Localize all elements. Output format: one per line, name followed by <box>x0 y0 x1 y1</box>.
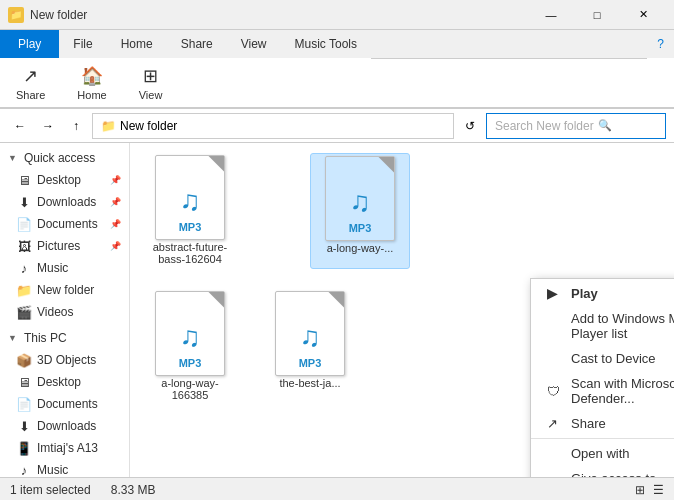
sidebar-item-3dobjects[interactable]: 📦 3D Objects <box>0 349 129 371</box>
address-path[interactable]: 📁 New folder <box>92 113 454 139</box>
ribbon-share-btn[interactable]: ↗ Share <box>10 63 51 103</box>
ribbon-home-btn[interactable]: 🏠 Home <box>71 63 112 103</box>
sidebar-desktop2-label: Desktop <box>37 375 81 389</box>
sidebar-item-newfolder[interactable]: 📁 New folder <box>0 279 129 301</box>
sidebar-item-videos[interactable]: 🎬 Videos <box>0 301 129 323</box>
sidebar-videos-label: Videos <box>37 305 73 319</box>
quick-access-label: Quick access <box>24 151 95 165</box>
status-size: 8.33 MB <box>111 483 156 497</box>
sidebar-item-downloads[interactable]: ⬇ Downloads 📌 <box>0 191 129 213</box>
pin-icon: 📌 <box>110 175 121 185</box>
ctx-open-with-label: Open with <box>571 446 630 461</box>
title-bar: 📁 New folder — □ ✕ <box>0 0 674 30</box>
mp3-label: MP3 <box>179 221 202 233</box>
tab-music-tools[interactable]: Music Tools <box>281 30 371 58</box>
sidebar-this-pc[interactable]: ▼ This PC <box>0 327 129 349</box>
ctx-scan[interactable]: 🛡 Scan with Microsoft Defender... <box>531 371 674 411</box>
ribbon-share-label: Share <box>16 89 45 101</box>
close-button[interactable]: ✕ <box>620 0 666 30</box>
dl2-icon: ⬇ <box>16 418 32 434</box>
search-placeholder: Search New folder <box>495 119 594 133</box>
help-button[interactable]: ? <box>647 30 674 58</box>
tab-view[interactable]: View <box>227 30 281 58</box>
sidebar-item-documents2[interactable]: 📄 Documents <box>0 393 129 415</box>
downloads-icon: ⬇ <box>16 194 32 210</box>
ribbon-view-label: View <box>139 89 163 101</box>
sidebar-music-label: Music <box>37 261 68 275</box>
tab-share[interactable]: Share <box>167 30 227 58</box>
sidebar-quick-access[interactable]: ▼ Quick access <box>0 147 129 169</box>
window-title: New folder <box>30 8 528 22</box>
sidebar-imtiaj-label: Imtiaj's A13 <box>37 441 98 455</box>
back-button[interactable]: ← <box>8 114 32 138</box>
tab-play[interactable]: Play <box>0 30 59 58</box>
sidebar-item-desktop2[interactable]: 🖥 Desktop <box>0 371 129 393</box>
ctx-give-access[interactable]: Give access to › <box>531 466 674 477</box>
view-grid-icon[interactable]: ⊞ <box>635 483 645 497</box>
address-bar: ← → ↑ 📁 New folder ↺ Search New folder 🔍 <box>0 109 674 143</box>
desktop-icon: 🖥 <box>16 172 32 188</box>
folder-icon2: 📁 <box>16 282 32 298</box>
shield-icon: 🛡 <box>547 384 563 399</box>
file-item[interactable]: ♫ MP3 abstract-future-bass-162604 <box>140 153 240 269</box>
minimize-button[interactable]: — <box>528 0 574 30</box>
forward-button[interactable]: → <box>36 114 60 138</box>
mp3-label3: MP3 <box>179 357 202 369</box>
file-item-selected[interactable]: ♫ MP3 a-long-way-... <box>310 153 410 269</box>
desktop2-icon: 🖥 <box>16 374 32 390</box>
sidebar-item-downloads2[interactable]: ⬇ Downloads <box>0 415 129 437</box>
mp3-label2: MP3 <box>349 222 372 234</box>
music-note-icon2: ♫ <box>350 186 371 218</box>
main-area: ▼ Quick access 🖥 Desktop 📌 ⬇ Downloads 📌… <box>0 143 674 477</box>
mp3-icon4: ♫ MP3 <box>275 291 345 376</box>
file-name3: a-long-way-166385 <box>144 377 236 401</box>
pin-icon3: 📌 <box>110 219 121 229</box>
file-icon2: ♫ MP3 <box>320 158 400 238</box>
ribbon: Play File Home Share View Music Tools ? … <box>0 30 674 109</box>
ctx-add-to-wmp[interactable]: Add to Windows Media Player list <box>531 306 674 346</box>
sidebar-downloads-label: Downloads <box>37 195 96 209</box>
ctx-open-with[interactable]: Open with › <box>531 441 674 466</box>
sidebar-music2-label: Music <box>37 463 68 477</box>
ctx-cast-label: Cast to Device <box>571 351 656 366</box>
refresh-button[interactable]: ↺ <box>458 114 482 138</box>
sidebar-dl2-label: Downloads <box>37 419 96 433</box>
file-name2: a-long-way-... <box>327 242 394 254</box>
view-list-icon[interactable]: ☰ <box>653 483 664 497</box>
mp3-label4: MP3 <box>299 357 322 369</box>
status-bar: 1 item selected 8.33 MB ⊞ ☰ <box>0 477 674 500</box>
sidebar-newfolder-label: New folder <box>37 283 94 297</box>
tab-file[interactable]: File <box>59 30 106 58</box>
file-item4[interactable]: ♫ MP3 the-best-ja... <box>260 289 360 405</box>
music2-icon: ♪ <box>16 462 32 477</box>
ctx-cast[interactable]: Cast to Device › <box>531 346 674 371</box>
ribbon-view-btn[interactable]: ⊞ View <box>133 63 169 103</box>
sidebar-item-music2[interactable]: ♪ Music <box>0 459 129 477</box>
phone-icon: 📱 <box>16 440 32 456</box>
up-button[interactable]: ↑ <box>64 114 88 138</box>
search-box[interactable]: Search New folder 🔍 <box>486 113 666 139</box>
mp3-icon3: ♫ MP3 <box>155 291 225 376</box>
maximize-button[interactable]: □ <box>574 0 620 30</box>
file-icon3: ♫ MP3 <box>150 293 230 373</box>
pin-icon2: 📌 <box>110 197 121 207</box>
videos-icon: 🎬 <box>16 304 32 320</box>
sidebar-pictures-label: Pictures <box>37 239 80 253</box>
pictures-icon: 🖼 <box>16 238 32 254</box>
status-count: 1 item selected <box>10 483 91 497</box>
sidebar-item-imtiaj[interactable]: 📱 Imtiaj's A13 <box>0 437 129 459</box>
ctx-play-label: Play <box>571 286 598 301</box>
music-note-icon: ♫ <box>180 185 201 217</box>
thispc-expand-icon: ▼ <box>8 333 17 343</box>
ribbon-commands: ↗ Share 🏠 Home ⊞ View <box>0 58 674 108</box>
sidebar-item-documents[interactable]: 📄 Documents 📌 <box>0 213 129 235</box>
sidebar-item-desktop[interactable]: 🖥 Desktop 📌 <box>0 169 129 191</box>
file-item3[interactable]: ♫ MP3 a-long-way-166385 <box>140 289 240 405</box>
sidebar-item-music[interactable]: ♪ Music <box>0 257 129 279</box>
ctx-play[interactable]: ▶ Play <box>531 281 674 306</box>
tab-home[interactable]: Home <box>107 30 167 58</box>
play-icon: ▶ <box>547 286 563 301</box>
ctx-share[interactable]: ↗ Share <box>531 411 674 436</box>
sidebar-item-pictures[interactable]: 🖼 Pictures 📌 <box>0 235 129 257</box>
file-icon: ♫ MP3 <box>150 157 230 237</box>
